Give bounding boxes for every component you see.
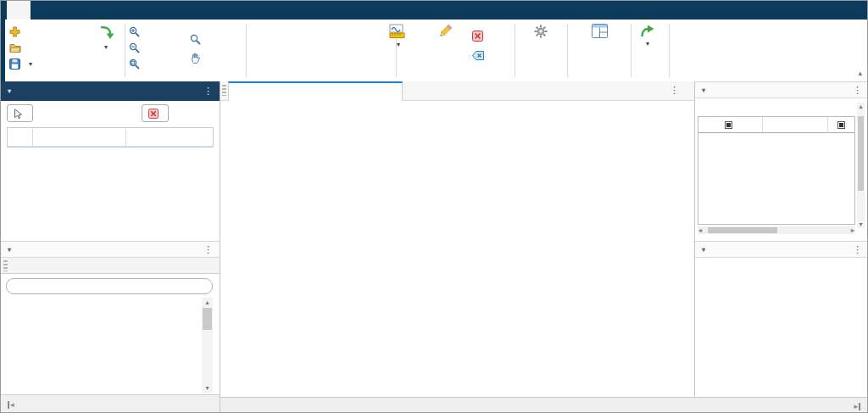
zoom-in-button[interactable] [129,25,144,39]
delete-all-button[interactable] [472,48,488,63]
layers-table-header [698,117,854,133]
layers-scroll-down-icon[interactable]: ▾ [857,220,865,228]
scroll-down-icon[interactable]: ▾ [202,384,213,392]
pointer-icon [14,109,23,119]
board-column-header[interactable] [33,128,126,147]
annotate-button[interactable] [421,24,469,42]
zoom-in-icon [129,26,140,37]
layout-grid-icon [592,24,608,38]
boards-panel-header[interactable]: ▾ ⋮ [1,81,220,101]
pan-hand-icon [190,53,201,64]
boards-menu-icon[interactable]: ⋮ [203,86,213,97]
color-column-header[interactable] [763,117,828,133]
zoom-draw-button[interactable] [190,32,205,47]
annotate-pencil-icon [437,24,453,39]
layers-panel-header[interactable]: ▾ ⋮ [695,81,868,98]
ribbon-divider [515,24,515,77]
open-folder-icon [9,43,21,53]
zoom-out-button[interactable] [129,41,144,55]
document-grip-icon[interactable] [222,85,226,96]
ribbon-toolbar: ▾ ▾ [5,20,868,81]
boards-table-header [8,128,213,147]
new-session-button[interactable] [9,25,25,39]
tab-grip-icon[interactable] [3,260,8,271]
document-tab[interactable] [228,81,403,101]
measure-icon [389,24,408,39]
zoom-out-icon [129,42,140,53]
measure-button[interactable]: ▾ [376,24,420,48]
import-dropdown-icon[interactable]: ▾ [104,44,108,51]
collapse-boards-icon[interactable]: ▾ [8,87,11,95]
document-tab-bar: ⋮ [220,81,694,101]
boards-table [7,127,214,148]
export-arrow-icon [640,24,656,38]
ribbon-divider [567,24,568,77]
delete-all-icon [472,51,484,60]
document-menu-icon[interactable]: ⋮ [670,85,679,96]
database-tabs [1,258,220,274]
layers-scroll-up-icon[interactable]: ▴ [857,103,865,110]
save-session-dropdown-icon[interactable]: ▾ [29,61,32,68]
select-all-layers-icon[interactable] [725,121,732,129]
zoom-fit-icon [129,59,140,70]
pcb-board-image[interactable] [334,103,576,391]
measure-dropdown-icon[interactable]: ▾ [397,42,400,48]
scroll-to-start-icon[interactable]: ◂ [8,400,14,409]
properties-menu-icon[interactable]: ⋮ [853,244,862,255]
save-icon [9,59,20,70]
new-session-icon [9,26,20,37]
import-icon [97,25,114,42]
collapse-database-icon[interactable]: ▾ [8,246,11,254]
scroll-up-icon[interactable]: ▴ [202,299,213,306]
delete-board-button[interactable] [142,104,169,122]
ribbon-divider [246,24,247,77]
export-button[interactable]: ▾ [629,24,666,47]
pan-button[interactable] [190,51,205,65]
column-icon [837,121,845,129]
nets-scrollbar[interactable]: ▴ ▾ [202,298,213,393]
delete-icon [472,31,483,42]
properties-panel-header[interactable]: ▾ ⋮ [695,241,868,258]
save-session-button[interactable]: ▾ [9,57,32,71]
layers-table [698,116,855,225]
delete-board-icon [148,109,159,119]
layers-vscrollbar[interactable]: ▴ ▾ [857,103,865,228]
layers-scroll-right-icon[interactable]: ▸ [851,226,854,234]
database-panel-header[interactable]: ▾ ⋮ [1,241,220,258]
export-dropdown-icon[interactable]: ▾ [646,41,649,47]
database-menu-icon[interactable]: ⋮ [203,244,213,255]
zoom-fit-button[interactable] [129,57,144,71]
layers-menu-icon[interactable]: ⋮ [853,85,862,96]
collapse-layers-icon[interactable]: ▾ [702,87,705,94]
import-button[interactable]: ▾ [90,25,122,51]
pcb-canvas[interactable] [220,101,694,397]
status-bar: ▸ [220,397,868,413]
search-nets-input[interactable] [6,278,213,294]
layers-scroll-left-icon[interactable]: ◂ [698,226,702,234]
nets-horizontal-scrollbar[interactable]: ◂ [1,394,220,413]
layers-column-header[interactable] [698,117,763,133]
active-column-header[interactable] [126,128,213,147]
delete-button[interactable] [472,29,487,43]
pcb-viewer-window: ▾ ▾ [0,0,868,413]
ribbon-divider [125,24,125,77]
zoom-draw-icon [190,34,201,45]
ribbon-divider [669,24,670,77]
layers-hscrollbar-thumb[interactable] [708,227,777,233]
title-bar [1,1,868,20]
layers-hscrollbar[interactable]: ◂ ▸ [698,226,855,234]
tab-pcb-viewer[interactable] [7,1,31,20]
activate-board-button[interactable] [7,104,33,122]
collapse-properties-icon[interactable]: ▾ [702,246,705,254]
layers-vscrollbar-thumb[interactable] [858,116,864,191]
preferences-button[interactable] [516,24,565,42]
gear-icon [533,24,548,39]
nets-scrollbar-thumb[interactable] [203,308,212,330]
collapse-ribbon-icon[interactable]: ▴ [858,69,862,77]
selectable-objects-grid [250,25,381,73]
extra-column-header[interactable] [828,117,854,133]
nets-tree [1,298,201,393]
open-session-button[interactable] [9,41,25,55]
scroll-to-end-icon[interactable]: ▸ [854,402,860,410]
default-layout-button[interactable] [569,24,630,41]
